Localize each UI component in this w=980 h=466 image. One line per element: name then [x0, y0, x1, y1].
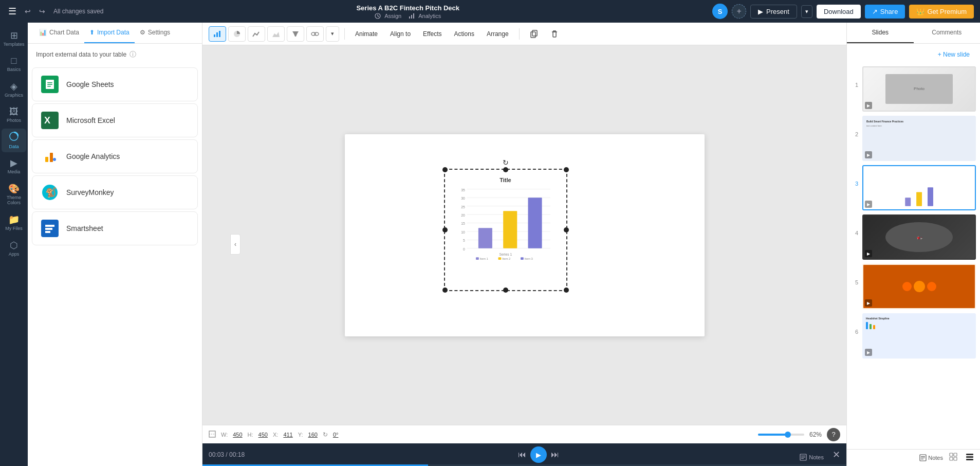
hamburger-button[interactable]: ☰	[6, 4, 19, 19]
user-avatar[interactable]: S	[712, 4, 728, 19]
import-item-google-sheets[interactable]: Google Sheets	[32, 67, 198, 101]
skip-back-button[interactable]: ⏮	[518, 450, 526, 459]
w-value[interactable]: 450	[233, 432, 242, 438]
svg-text:10: 10	[461, 230, 465, 234]
analytics-link[interactable]: Analytics	[409, 13, 441, 19]
svg-marker-23	[292, 31, 299, 37]
chart-type-area-button[interactable]	[267, 26, 285, 42]
slide-3-icons: ▶	[865, 201, 872, 208]
rotate-handle[interactable]: ↻	[503, 158, 509, 167]
slide-thumb-2[interactable]: 2 Build Smart Finance Practices text con…	[851, 114, 976, 163]
main-area: ⊞ Templates □ Basics ◈ Graphics 🖼 Photos…	[0, 23, 980, 466]
import-item-survey-monkey[interactable]: 🐒 SurveyMonkey	[32, 175, 198, 209]
apps-icon: ⬡	[10, 240, 18, 251]
chart-type-link-button[interactable]	[306, 26, 324, 42]
effects-button[interactable]: Effects	[418, 28, 447, 40]
slide-1-video-icon: ▶	[865, 102, 872, 109]
collapse-panel-button[interactable]: ‹	[230, 234, 241, 255]
canvas-scroll[interactable]: ↻ Title	[202, 45, 846, 425]
resize-handle-mr[interactable]	[564, 227, 569, 232]
basics-icon: □	[11, 56, 17, 66]
resize-handle-tl[interactable]	[442, 167, 448, 172]
import-item-smartsheet[interactable]: Smartsheet	[32, 211, 198, 245]
slide-thumb-4[interactable]: 4 🏍️ ▶	[851, 212, 976, 262]
assign-link[interactable]: Assign	[375, 13, 401, 19]
chart-type-bar-button[interactable]	[209, 26, 226, 42]
svg-rect-46	[478, 228, 492, 248]
svg-text:0: 0	[463, 247, 465, 250]
slide-preview-2[interactable]: Build Smart Finance Practices text conte…	[862, 116, 976, 161]
resize-handle-bl[interactable]	[442, 288, 448, 293]
slide-preview-4[interactable]: 🏍️ ▶	[862, 214, 976, 260]
chart-type-pie-button[interactable]	[228, 26, 246, 42]
download-button[interactable]: Download	[817, 5, 861, 19]
sidebar-item-graphics[interactable]: ◈ Graphics	[2, 78, 26, 101]
arrange-button[interactable]: Arrange	[482, 28, 514, 40]
notes-button[interactable]: Notes	[919, 454, 943, 461]
help-icon[interactable]: ⓘ	[130, 50, 136, 59]
slide-preview-5[interactable]: ▶	[862, 264, 976, 309]
h-value[interactable]: 450	[258, 432, 268, 438]
sidebar-item-basics[interactable]: □ Basics	[2, 52, 26, 76]
share-button[interactable]: ↗ Share	[865, 5, 905, 19]
tab-slides[interactable]: Slides	[847, 23, 914, 43]
import-item-google-analytics[interactable]: Google Analytics	[32, 139, 198, 173]
tab-chart-data[interactable]: 📊 Chart Data	[34, 23, 84, 43]
zoom-slider[interactable]	[758, 434, 804, 436]
chart-type-funnel-button[interactable]	[287, 26, 304, 42]
rotate-value[interactable]: 0°	[333, 432, 339, 438]
sidebar-item-data[interactable]: Data	[2, 129, 26, 153]
help-button[interactable]: ?	[827, 428, 840, 441]
resize-handle-bm[interactable]	[503, 288, 508, 293]
slide-6-video-icon: ▶	[865, 349, 872, 356]
slide-preview-6[interactable]: Headshot Strapline ▶	[862, 313, 976, 359]
add-person-button[interactable]: +	[732, 4, 746, 19]
chart-content[interactable]: Title 35 30 25 20 15 10 5 0	[448, 173, 564, 287]
slide-thumb-6[interactable]: 6 Headshot Strapline ▶	[851, 311, 976, 361]
resize-handle-tr[interactable]	[564, 167, 569, 172]
grid-view-button[interactable]	[947, 452, 959, 464]
slide-number-5: 5	[851, 264, 858, 285]
svg-rect-64	[928, 188, 933, 206]
slide-thumb-5[interactable]: 5 ▶	[851, 262, 976, 311]
sidebar-item-theme-colors[interactable]: 🎨 Theme Colors	[2, 180, 26, 209]
present-button[interactable]: ▶ Present	[750, 5, 797, 19]
chart-type-more-button[interactable]: ▾	[326, 26, 339, 42]
play-button[interactable]: ▶	[530, 446, 547, 463]
sidebar-item-templates[interactable]: ⊞ Templates	[2, 27, 26, 50]
redo-button[interactable]: ↪	[37, 5, 47, 17]
new-slide-button[interactable]: + New slide	[932, 47, 976, 62]
skip-forward-button[interactable]: ⏭	[551, 450, 559, 459]
svg-rect-50	[476, 257, 479, 260]
resize-handle-br[interactable]	[564, 288, 569, 293]
tab-import-data[interactable]: ⬆ Import Data	[84, 23, 135, 43]
resize-handle-tm[interactable]	[503, 167, 508, 172]
sidebar-item-media[interactable]: ▶ Media	[2, 154, 26, 178]
present-dropdown-button[interactable]: ▾	[801, 5, 812, 18]
sidebar-item-my-files[interactable]: 📁 My Files	[2, 211, 26, 235]
y-value[interactable]: 160	[308, 432, 318, 438]
align-to-button[interactable]: Align to	[385, 28, 416, 40]
actions-button[interactable]: Actions	[449, 28, 479, 40]
tab-comments[interactable]: Comments	[914, 23, 981, 43]
undo-button[interactable]: ↩	[23, 5, 33, 17]
svg-text:🐒: 🐒	[45, 187, 57, 198]
close-playback-button[interactable]: ✕	[833, 449, 840, 460]
resize-handle-ml[interactable]	[442, 227, 448, 232]
sidebar-item-apps[interactable]: ⬡ Apps	[2, 237, 26, 260]
slide-thumb-3[interactable]: 3 ▶	[851, 163, 976, 212]
animate-button[interactable]: Animate	[350, 28, 383, 40]
duplicate-button[interactable]	[525, 27, 543, 41]
chart-type-line-button[interactable]	[248, 26, 265, 42]
import-item-microsoft-excel[interactable]: X Microsoft Excel	[32, 103, 198, 137]
x-value[interactable]: 411	[283, 432, 292, 438]
tab-settings[interactable]: ⚙ Settings	[135, 23, 175, 43]
slide-preview-3[interactable]: ▶	[862, 165, 976, 210]
sidebar-item-photos[interactable]: 🖼 Photos	[2, 103, 26, 127]
slide-thumb-1[interactable]: 1 Photo ▶	[851, 64, 976, 114]
zoom-control[interactable]	[758, 434, 804, 436]
delete-button[interactable]	[545, 27, 564, 41]
slide-preview-1[interactable]: Photo ▶	[862, 66, 976, 112]
list-view-button[interactable]	[964, 452, 976, 464]
get-premium-button[interactable]: 👑 Get Premium	[909, 5, 974, 19]
